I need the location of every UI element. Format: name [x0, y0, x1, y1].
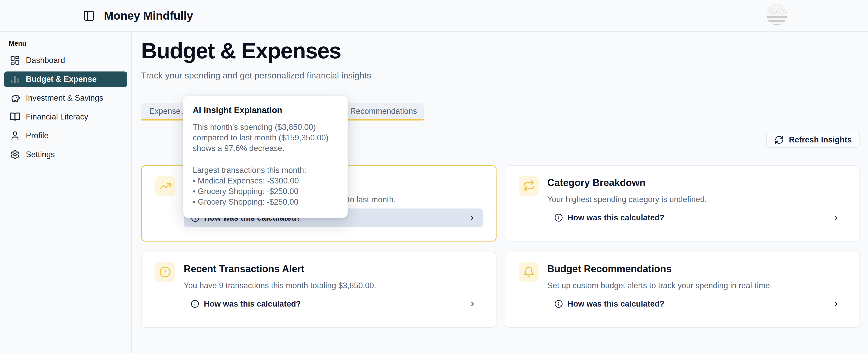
how-calculated-label: How was this calculated?	[567, 213, 665, 222]
how-calculated-button[interactable]: How was this calculated?	[548, 208, 847, 227]
dashboard-icon	[10, 55, 20, 66]
piggy-bank-icon	[10, 93, 20, 103]
profile-avatar[interactable]	[767, 4, 787, 25]
chevron-right-icon	[468, 214, 476, 222]
card-description: Your highest spending category is undefi…	[548, 195, 707, 204]
page-subtitle: Track your spending and get personalized…	[141, 70, 371, 80]
popover-bullet-list: Medical Expenses: -$300.00 Grocery Shopp…	[193, 175, 338, 207]
how-calculated-button[interactable]: How was this calculated?	[184, 294, 483, 313]
sidebar-item-profile[interactable]: Profile	[4, 128, 127, 143]
ai-insight-popover: AI Insight Explanation This month's spen…	[183, 96, 348, 218]
sidebar-menu-label: Menu	[9, 39, 131, 47]
popover-list-intro: Largest transactions this month:	[193, 165, 338, 175]
book-open-icon	[10, 112, 20, 122]
sidebar-item-financial-literacy[interactable]: Financial Literacy	[4, 109, 127, 125]
how-calculated-label: How was this calculated?	[204, 299, 301, 309]
chart-column-icon	[10, 74, 20, 84]
info-icon	[191, 299, 199, 308]
page-title: Budget & Expenses	[141, 38, 341, 63]
user-icon	[10, 131, 20, 141]
sidebar-nav: Dashboard Budget & Expense Investment	[0, 52, 131, 162]
card-title: Recent Transactions Alert	[184, 263, 304, 275]
card-recent-transactions-alert: Recent Transactions Alert You have 9 tra…	[141, 252, 497, 328]
card-budget-recommendations: Budget Recommendations Set up custom bud…	[505, 252, 860, 328]
sidebar-item-budget-expense[interactable]: Budget & Expense	[4, 71, 127, 87]
card-category-breakdown: Category Breakdown Your highest spending…	[505, 166, 860, 242]
sidebar-item-settings[interactable]: Settings	[4, 147, 127, 162]
app-title: Money Mindfully	[104, 9, 193, 23]
sidebar-toggle-button[interactable]	[82, 8, 96, 23]
repeat-icon	[519, 176, 539, 196]
info-icon	[554, 213, 563, 222]
popover-bullet: Grocery Shopping: -$250.00	[193, 197, 338, 207]
chevron-right-icon	[832, 300, 840, 308]
bell-icon	[519, 262, 539, 282]
sidebar-item-label: Financial Literacy	[26, 112, 88, 121]
card-title: Category Breakdown	[548, 177, 646, 188]
main-content: Budget & Expenses Track your spending an…	[132, 32, 868, 353]
panel-left-icon	[83, 10, 95, 22]
card-description: You have 9 transactions this month total…	[184, 281, 376, 290]
app-root: Money Mindfully Menu Dashboard	[0, 0, 868, 353]
info-icon	[554, 299, 563, 308]
card-description-fragment: to last month.	[348, 195, 396, 204]
popover-title: AI Insight Explanation	[193, 105, 338, 115]
chevron-right-icon	[469, 300, 476, 308]
chevron-right-icon	[832, 214, 840, 222]
card-title: Budget Recommendations	[548, 263, 672, 275]
card-description: Set up custom budget alerts to track you…	[548, 281, 772, 290]
sidebar-item-label: Dashboard	[26, 56, 65, 65]
sidebar-item-investment-savings[interactable]: Investment & Savings	[4, 90, 127, 106]
settings-icon	[10, 149, 20, 160]
sidebar: Menu Dashboard Budget & Expense	[0, 32, 132, 353]
how-calculated-label: How was this calculated?	[567, 299, 665, 309]
sidebar-item-label: Investment & Savings	[26, 94, 103, 103]
app-header: Money Mindfully	[0, 0, 868, 32]
popover-bullet: Grocery Shopping: -$250.00	[193, 186, 338, 197]
sidebar-item-label: Budget & Expense	[26, 75, 97, 84]
refresh-icon	[774, 135, 784, 144]
alert-circle-icon	[155, 262, 175, 282]
trending-up-icon	[155, 176, 176, 196]
sidebar-item-dashboard[interactable]: Dashboard	[4, 52, 127, 68]
popover-body: This month's spending ($3,850.00) compar…	[193, 122, 338, 207]
sidebar-item-label: Settings	[26, 150, 55, 159]
popover-bullet: Medical Expenses: -$300.00	[193, 175, 338, 186]
refresh-insights-label: Refresh Insights	[789, 135, 852, 144]
refresh-insights-button[interactable]: Refresh Insights	[766, 132, 860, 148]
sidebar-item-label: Profile	[26, 131, 49, 140]
how-calculated-button[interactable]: How was this calculated?	[548, 294, 847, 313]
popover-paragraph: This month's spending ($3,850.00) compar…	[193, 122, 338, 153]
